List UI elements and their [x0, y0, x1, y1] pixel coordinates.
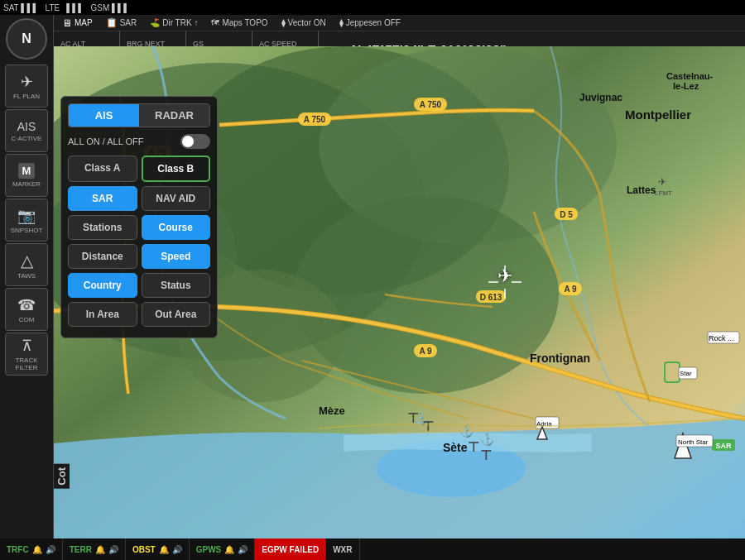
svg-text:⊤: ⊤ — [480, 448, 492, 462]
svg-text:⚓: ⚓ — [459, 424, 474, 438]
obst-status[interactable]: OBST 🔔 🔊 — [126, 538, 190, 560]
btn-status[interactable]: Status — [142, 273, 211, 298]
vector-nav-item[interactable]: ⧫ Vector ON — [281, 18, 326, 27]
svg-text:D 5: D 5 — [560, 210, 573, 219]
all-on-off-toggle[interactable] — [180, 134, 210, 149]
ais-icon: AIS — [17, 120, 36, 133]
status-bar: SAT ▌▌▌ LTE ▌▌▌ GSM ▌▌▌ — [0, 0, 745, 15]
taws-icon: △ — [21, 251, 33, 270]
map-nav-item[interactable]: 🖥 MAP — [62, 17, 93, 29]
gsm-indicator: GSM ▌▌▌ — [90, 3, 129, 12]
svg-text:D 613: D 613 — [480, 293, 502, 302]
btn-speed[interactable]: Speed — [142, 244, 211, 269]
btn-in-area[interactable]: In Area — [68, 302, 137, 327]
svg-text:Frontignan: Frontignan — [530, 352, 590, 365]
sat-indicator: SAT ▌▌▌ — [3, 3, 39, 12]
trfc-label: TRFC — [7, 545, 29, 554]
svg-text:Montpellier: Montpellier — [625, 108, 691, 122]
svg-text:Castelnau-: Castelnau- — [666, 71, 714, 81]
sidebar: N ✈ FL PLAN AIS C·ACTIVE M MARKER 📷 SNPS… — [0, 15, 54, 538]
btn-sar[interactable]: SAR — [68, 186, 137, 211]
sidebar-item-taws[interactable]: △ TAWS — [5, 243, 48, 286]
sidebar-item-com[interactable]: ☎ COM — [5, 288, 48, 331]
svg-text:Lattes: Lattes — [627, 184, 656, 196]
sidebar-item-snapshot[interactable]: 📷 SNPSHOT — [5, 199, 48, 242]
cot-label: Cot — [54, 464, 70, 489]
svg-text:North Star: North Star — [678, 438, 709, 446]
filter-icon: ⊼ — [22, 337, 32, 355]
svg-text:A 9: A 9 — [419, 347, 432, 356]
svg-text:Sète: Sète — [443, 441, 468, 454]
sidebar-item-ais[interactable]: AIS C·ACTIVE — [5, 109, 48, 152]
map-area: A 750 A 750 A 75 D 5 A 9 A 9 D 613 Montp… — [54, 46, 745, 538]
svg-text:SAR: SAR — [715, 442, 732, 450]
gpws-status[interactable]: GPWS 🔔 🔊 — [190, 538, 256, 560]
svg-text:⊤: ⊤ — [468, 440, 479, 454]
btn-country[interactable]: Country — [68, 273, 137, 298]
signal-indicator: ▌▌▌ — [66, 3, 84, 12]
svg-text:A 750: A 750 — [304, 115, 326, 124]
terr-sound-icon: 🔊 — [108, 545, 118, 554]
obst-label: OBST — [132, 545, 156, 554]
sar-nav-item[interactable]: 📋 SAR — [106, 17, 137, 28]
svg-text:⊤: ⊤ — [407, 411, 419, 425]
camera-icon: 📷 — [17, 207, 36, 225]
maps-nav-item[interactable]: 🗺 Maps TOPO — [211, 18, 267, 27]
egpw-label: EGPW FAILED — [262, 545, 319, 554]
compass-indicator: N — [6, 18, 47, 60]
wxr-label: WXR — [333, 545, 352, 554]
obst-sound-icon: 🔊 — [172, 545, 182, 554]
obst-bell-icon: 🔔 — [159, 545, 169, 554]
dir-nav-item[interactable]: ⛳ Dir TRK ↑ — [150, 18, 198, 27]
svg-text:Star: Star — [680, 370, 692, 377]
svg-text:⚓: ⚓ — [480, 433, 495, 447]
tab-radar[interactable]: RADAR — [139, 104, 209, 127]
svg-text:LFMT: LFMT — [655, 189, 672, 197]
svg-text:Mèze: Mèze — [319, 404, 345, 417]
gpws-bell-icon: 🔔 — [224, 545, 234, 554]
trfc-bell-icon: 🔔 — [32, 545, 42, 554]
btn-out-area[interactable]: Out Area — [142, 302, 211, 327]
marker-icon: M — [18, 163, 36, 179]
sidebar-item-fl-plan[interactable]: ✈ FL PLAN — [5, 65, 48, 108]
terr-status[interactable]: TERR 🔔 🔊 — [63, 538, 126, 560]
sidebar-item-track-filter[interactable]: ⊼ TRACK FILTER — [5, 333, 48, 376]
svg-text:A 750: A 750 — [420, 100, 442, 109]
tab-ais[interactable]: AIS — [69, 104, 139, 127]
all-on-off-row: ALL ON / ALL OFF — [68, 134, 210, 149]
phone-icon: ☎ — [17, 296, 36, 314]
svg-text:Rock ...: Rock ... — [709, 334, 734, 342]
svg-text:Juvignac: Juvignac — [579, 92, 622, 103]
ais-panel: AIS RADAR ALL ON / ALL OFF Class A Class… — [60, 96, 218, 338]
btn-course[interactable]: Course — [142, 215, 211, 240]
sidebar-item-marker[interactable]: M MARKER — [5, 154, 48, 197]
fl-plan-icon: ✈ — [21, 73, 33, 91]
btn-distance[interactable]: Distance — [68, 244, 137, 269]
svg-text:⊤: ⊤ — [422, 419, 434, 433]
terr-bell-icon: 🔔 — [95, 545, 105, 554]
trfc-sound-icon: 🔊 — [46, 545, 55, 554]
egpw-status[interactable]: EGPW FAILED — [255, 538, 326, 560]
all-on-off-label: ALL ON / ALL OFF — [68, 136, 144, 146]
trfc-status[interactable]: TRFC 🔔 🔊 — [0, 538, 63, 560]
terr-label: TERR — [70, 545, 92, 554]
svg-text:✈: ✈ — [658, 176, 666, 188]
btn-stations[interactable]: Stations — [68, 215, 137, 240]
ais-radar-tabs: AIS RADAR — [68, 103, 210, 127]
ais-button-grid: Class A Class B SAR NAV AID Stations Cou… — [68, 156, 210, 327]
svg-text:le-Lez: le-Lez — [673, 81, 699, 91]
wxr-status[interactable]: WXR — [326, 538, 359, 560]
gpws-label: GPWS — [196, 545, 222, 554]
gpws-sound-icon: 🔊 — [238, 545, 248, 554]
top-nav-bar: 🖥 MAP 📋 SAR ⛳ Dir TRK ↑ 🗺 Maps TOPO ⧫ Ve… — [54, 15, 745, 31]
svg-text:A 9: A 9 — [564, 285, 577, 294]
toggle-knob — [182, 136, 194, 147]
lte-indicator: LTE — [46, 3, 60, 12]
bottom-bar: TRFC 🔔 🔊 TERR 🔔 🔊 OBST 🔔 🔊 GPWS 🔔 🔊 EGPW… — [0, 538, 745, 560]
btn-class-a[interactable]: Class A — [68, 156, 137, 182]
jeppesen-nav-item[interactable]: ⧫ Jeppesen OFF — [339, 18, 401, 27]
btn-class-b[interactable]: Class B — [142, 156, 211, 182]
btn-nav-aid[interactable]: NAV AID — [142, 186, 211, 211]
